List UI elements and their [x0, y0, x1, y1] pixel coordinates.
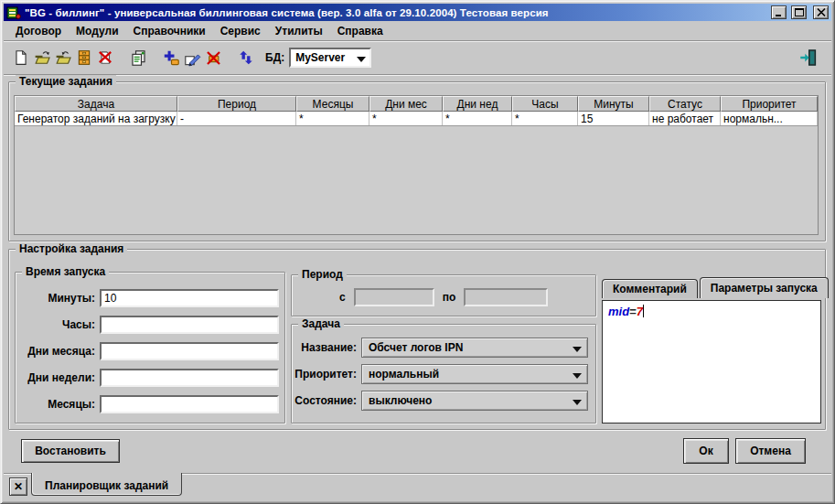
column-header-hours[interactable]: Часы [512, 96, 578, 112]
db-server-combobox[interactable]: MyServer [289, 48, 371, 68]
minimize-icon [774, 7, 785, 17]
exit-icon [799, 48, 818, 67]
menu-item-servis[interactable]: Сервис [213, 22, 268, 40]
toolbar-content-divider [4, 74, 831, 76]
column-header-status[interactable]: Статус [649, 96, 721, 112]
exit-button[interactable] [798, 48, 819, 68]
column-header-priority[interactable]: Приоритет [721, 96, 818, 112]
cancel-button[interactable]: Отмена [735, 438, 806, 464]
settings-panel-title: Настройка задания [16, 242, 127, 256]
maximize-icon [794, 7, 805, 17]
new-document-icon [13, 49, 29, 66]
close-tab-button[interactable]: ✕ [9, 477, 27, 496]
column-header-period[interactable]: Период [177, 96, 296, 112]
new-document-button[interactable] [11, 48, 31, 68]
edit-item-button[interactable] [182, 48, 202, 68]
cell-weekdays: * [443, 112, 512, 125]
tabs-row: Комментарий Параметры запуска [602, 277, 823, 298]
launch-params-textarea[interactable]: mid=7 [602, 300, 821, 424]
copy-icon [130, 49, 147, 67]
week-days-field[interactable] [100, 369, 279, 387]
period-from-field[interactable] [354, 288, 434, 306]
task-state-value: выключено [369, 394, 432, 407]
menu-item-dogovor[interactable]: Договор [8, 22, 69, 40]
menu-item-spravka[interactable]: Справка [330, 22, 391, 40]
menu-bar: Договор Модули Справочники Сервис Утилит… [4, 21, 831, 40]
window-title: "BG - биллинг" - универсальная биллингов… [25, 7, 767, 18]
column-header-task[interactable]: Задача [15, 96, 177, 112]
column-header-minutes[interactable]: Минуты [578, 96, 649, 112]
delete-item-icon [205, 49, 222, 67]
period-title: Период [298, 268, 347, 282]
period-group: Период с по [291, 274, 596, 316]
period-from-label: с [339, 291, 346, 304]
chevron-down-icon [573, 373, 582, 383]
maximize-button[interactable] [791, 5, 807, 19]
tasks-table: Задача Период Месяцы Дни мес Дни нед Час… [14, 95, 819, 235]
delete-document-button[interactable] [95, 48, 115, 68]
chevron-down-icon [573, 400, 582, 410]
archive-drawers-button[interactable] [74, 48, 94, 68]
menu-item-spravochniki[interactable]: Справочники [126, 22, 213, 40]
cell-status: не работает [649, 112, 721, 125]
tab-scheduler[interactable]: Планировщик заданий [31, 473, 182, 496]
open-folder-alt-icon [55, 49, 72, 66]
column-header-months[interactable]: Месяцы [296, 96, 369, 112]
tasks-panel-title: Текущие задания [16, 75, 116, 89]
delete-item-button[interactable] [203, 48, 223, 68]
tasks-table-header: Задача Период Месяцы Дни мес Дни нед Час… [15, 96, 818, 112]
cell-period: - [177, 112, 296, 125]
add-item-icon [163, 49, 180, 67]
task-group-title: Задача [298, 317, 344, 331]
task-name-combobox[interactable]: Обсчет логов IPN [361, 338, 588, 358]
run-time-group: Время запуска Минуты: Часы: Дни месяца: … [15, 272, 285, 424]
minutes-field[interactable] [100, 289, 279, 307]
task-state-combobox[interactable]: выключено [361, 391, 588, 411]
open-folder-button[interactable] [32, 48, 52, 68]
open-folder-alt-button[interactable] [53, 48, 73, 68]
refresh-icon [238, 49, 254, 66]
run-time-title: Время запуска [22, 265, 109, 279]
cell-months: * [296, 112, 369, 125]
params-tab-panel: Комментарий Параметры запуска mid=7 [602, 277, 823, 424]
cell-task: Генератор заданий на загрузку л... [15, 112, 177, 125]
bottom-tab-strip: ✕ Планировщик заданий [4, 473, 831, 500]
add-item-button[interactable] [161, 48, 181, 68]
ok-button[interactable]: Ок [683, 438, 729, 464]
toolbar: БД: MyServer [4, 42, 831, 73]
task-priority-combobox[interactable]: нормальный [361, 364, 588, 384]
tab-launch-params[interactable]: Параметры запуска [700, 277, 829, 298]
month-days-label: Дни месяца: [16, 345, 100, 358]
close-button[interactable] [813, 5, 829, 19]
tab-comment[interactable]: Комментарий [602, 279, 698, 298]
restore-button[interactable]: Востановить [21, 439, 120, 463]
title-bar[interactable]: "BG - биллинг" - универсальная биллингов… [4, 4, 831, 21]
task-name-value: Обсчет логов IPN [369, 341, 463, 354]
months-field[interactable] [100, 395, 279, 413]
db-server-value: MyServer [295, 51, 345, 64]
app-window: "BG - биллинг" - универсальная биллингов… [0, 0, 835, 504]
task-priority-value: нормальный [369, 368, 439, 381]
hours-label: Часы: [16, 318, 100, 331]
param-value: 7 [637, 305, 643, 318]
app-icon [6, 5, 21, 20]
copy-button[interactable] [128, 48, 148, 68]
param-equals: = [629, 305, 637, 318]
archive-drawers-icon [76, 49, 92, 66]
refresh-button[interactable] [236, 48, 256, 68]
months-label: Месяцы: [16, 398, 100, 411]
period-to-label: по [443, 291, 456, 304]
month-days-field[interactable] [100, 342, 279, 360]
menu-item-utility[interactable]: Утилиты [268, 22, 330, 40]
table-row[interactable]: Генератор заданий на загрузку л... - * *… [15, 112, 818, 126]
period-to-field[interactable] [464, 288, 548, 306]
minimize-button[interactable] [771, 5, 787, 19]
column-header-monthdays[interactable]: Дни мес [369, 96, 443, 112]
column-header-weekdays[interactable]: Дни нед [443, 96, 512, 112]
settings-panel: Настройка задания Время запуска Минуты: … [8, 249, 826, 430]
hours-field[interactable] [100, 316, 279, 334]
close-tab-icon: ✕ [14, 480, 23, 493]
cell-minutes: 15 [578, 112, 649, 125]
cell-priority: нормальн... [721, 112, 818, 125]
menu-item-moduli[interactable]: Модули [69, 22, 125, 40]
